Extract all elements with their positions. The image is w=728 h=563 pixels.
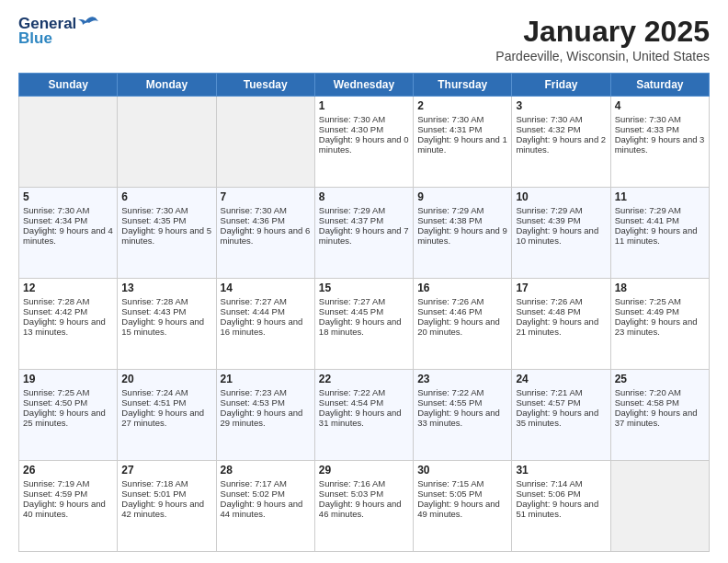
calendar-cell: 13Sunrise: 7:28 AMSunset: 4:43 PMDayligh… xyxy=(118,279,216,370)
calendar-week-3: 12Sunrise: 7:28 AMSunset: 4:42 PMDayligh… xyxy=(19,279,710,370)
sunset-text: Sunset: 4:49 PM xyxy=(615,306,705,316)
daylight-text: Daylight: 9 hours and 1 minute. xyxy=(417,134,507,155)
sunrise-text: Sunrise: 7:30 AM xyxy=(615,114,705,124)
day-number: 1 xyxy=(319,99,409,112)
calendar-cell: 11Sunrise: 7:29 AMSunset: 4:41 PMDayligh… xyxy=(610,188,709,279)
day-number: 5 xyxy=(23,190,113,203)
daylight-text: Daylight: 9 hours and 9 minutes. xyxy=(417,225,507,246)
daylight-text: Daylight: 9 hours and 40 minutes. xyxy=(23,499,113,519)
sunset-text: Sunset: 4:36 PM xyxy=(221,215,311,225)
sunset-text: Sunset: 4:51 PM xyxy=(121,397,211,408)
daylight-text: Daylight: 9 hours and 44 minutes. xyxy=(221,499,311,519)
day-number: 12 xyxy=(23,282,113,294)
daylight-text: Daylight: 9 hours and 35 minutes. xyxy=(516,408,606,428)
daylight-text: Daylight: 9 hours and 2 minutes. xyxy=(516,134,606,155)
sunset-text: Sunset: 4:32 PM xyxy=(516,124,606,134)
sunrise-text: Sunrise: 7:25 AM xyxy=(615,296,705,306)
daylight-text: Daylight: 9 hours and 3 minutes. xyxy=(615,134,705,155)
daylight-text: Daylight: 9 hours and 49 minutes. xyxy=(417,499,507,519)
day-number: 10 xyxy=(516,190,606,203)
calendar-cell: 23Sunrise: 7:22 AMSunset: 4:55 PMDayligh… xyxy=(414,370,512,461)
sunrise-text: Sunrise: 7:25 AM xyxy=(23,387,113,397)
sunrise-text: Sunrise: 7:24 AM xyxy=(121,387,211,397)
day-number: 26 xyxy=(23,464,113,477)
logo-bird-icon xyxy=(78,16,98,32)
sunrise-text: Sunrise: 7:30 AM xyxy=(221,205,311,215)
weekday-header-sunday: Sunday xyxy=(19,74,118,97)
daylight-text: Daylight: 9 hours and 31 minutes. xyxy=(319,408,409,428)
sunrise-text: Sunrise: 7:22 AM xyxy=(417,387,507,397)
sunrise-text: Sunrise: 7:20 AM xyxy=(615,387,705,397)
day-number: 21 xyxy=(221,373,311,385)
day-number: 14 xyxy=(221,282,311,294)
calendar-cell xyxy=(118,97,216,188)
sunrise-text: Sunrise: 7:29 AM xyxy=(516,205,606,215)
calendar-cell: 7Sunrise: 7:30 AMSunset: 4:36 PMDaylight… xyxy=(216,188,314,279)
sunrise-text: Sunrise: 7:30 AM xyxy=(23,205,113,215)
daylight-text: Daylight: 9 hours and 46 minutes. xyxy=(319,499,409,519)
daylight-text: Daylight: 9 hours and 11 minutes. xyxy=(615,225,705,246)
sunset-text: Sunset: 4:58 PM xyxy=(615,397,705,408)
sunset-text: Sunset: 4:54 PM xyxy=(319,397,409,408)
day-number: 30 xyxy=(417,464,507,477)
day-number: 15 xyxy=(319,282,409,294)
calendar-week-4: 19Sunrise: 7:25 AMSunset: 4:50 PMDayligh… xyxy=(19,370,710,461)
sunset-text: Sunset: 4:50 PM xyxy=(23,397,113,408)
day-number: 18 xyxy=(615,282,705,294)
sunrise-text: Sunrise: 7:21 AM xyxy=(516,387,606,397)
sunset-text: Sunset: 4:43 PM xyxy=(121,306,211,316)
daylight-text: Daylight: 9 hours and 21 minutes. xyxy=(516,316,606,337)
day-number: 27 xyxy=(121,464,211,477)
day-number: 23 xyxy=(417,373,507,385)
weekday-header-friday: Friday xyxy=(512,74,610,97)
weekday-header-saturday: Saturday xyxy=(610,74,709,97)
day-number: 20 xyxy=(121,373,211,385)
sunrise-text: Sunrise: 7:23 AM xyxy=(221,387,311,397)
month-year: January 2025 xyxy=(495,15,710,49)
calendar-cell: 17Sunrise: 7:26 AMSunset: 4:48 PMDayligh… xyxy=(512,279,610,370)
sunrise-text: Sunrise: 7:15 AM xyxy=(417,478,507,488)
sunset-text: Sunset: 4:34 PM xyxy=(23,215,113,225)
sunrise-text: Sunrise: 7:19 AM xyxy=(23,478,113,488)
sunset-text: Sunset: 4:35 PM xyxy=(121,215,211,225)
day-number: 31 xyxy=(516,464,606,477)
calendar-body: 1Sunrise: 7:30 AMSunset: 4:30 PMDaylight… xyxy=(19,97,710,552)
day-number: 3 xyxy=(516,99,606,112)
sunset-text: Sunset: 4:53 PM xyxy=(221,397,311,408)
calendar-cell: 22Sunrise: 7:22 AMSunset: 4:54 PMDayligh… xyxy=(314,370,413,461)
calendar-cell: 24Sunrise: 7:21 AMSunset: 4:57 PMDayligh… xyxy=(512,370,610,461)
calendar-table: SundayMondayTuesdayWednesdayThursdayFrid… xyxy=(18,73,710,552)
sunset-text: Sunset: 4:39 PM xyxy=(516,215,606,225)
sunset-text: Sunset: 5:03 PM xyxy=(319,488,409,499)
sunset-text: Sunset: 4:38 PM xyxy=(417,215,507,225)
daylight-text: Daylight: 9 hours and 15 minutes. xyxy=(121,316,211,337)
calendar-cell xyxy=(216,97,314,188)
title-block: January 2025 Pardeeville, Wisconsin, Uni… xyxy=(495,15,710,63)
calendar-cell: 2Sunrise: 7:30 AMSunset: 4:31 PMDaylight… xyxy=(414,97,512,188)
sunset-text: Sunset: 4:55 PM xyxy=(417,397,507,408)
weekday-header-row: SundayMondayTuesdayWednesdayThursdayFrid… xyxy=(19,74,710,97)
daylight-text: Daylight: 9 hours and 20 minutes. xyxy=(417,316,507,337)
calendar-cell: 25Sunrise: 7:20 AMSunset: 4:58 PMDayligh… xyxy=(610,370,709,461)
day-number: 16 xyxy=(417,282,507,294)
sunset-text: Sunset: 5:06 PM xyxy=(516,488,606,499)
sunset-text: Sunset: 4:41 PM xyxy=(615,215,705,225)
calendar-cell: 19Sunrise: 7:25 AMSunset: 4:50 PMDayligh… xyxy=(19,370,118,461)
sunrise-text: Sunrise: 7:18 AM xyxy=(121,478,211,488)
day-number: 4 xyxy=(615,99,705,112)
calendar-cell: 30Sunrise: 7:15 AMSunset: 5:05 PMDayligh… xyxy=(414,461,512,552)
sunrise-text: Sunrise: 7:30 AM xyxy=(516,114,606,124)
sunset-text: Sunset: 4:42 PM xyxy=(23,306,113,316)
day-number: 9 xyxy=(417,190,507,203)
daylight-text: Daylight: 9 hours and 13 minutes. xyxy=(23,316,113,337)
sunrise-text: Sunrise: 7:30 AM xyxy=(121,205,211,215)
calendar-cell: 14Sunrise: 7:27 AMSunset: 4:44 PMDayligh… xyxy=(216,279,314,370)
weekday-header-monday: Monday xyxy=(118,74,216,97)
calendar-cell: 6Sunrise: 7:30 AMSunset: 4:35 PMDaylight… xyxy=(118,188,216,279)
day-number: 28 xyxy=(221,464,311,477)
weekday-header-thursday: Thursday xyxy=(414,74,512,97)
logo: General Blue xyxy=(18,15,98,48)
sunrise-text: Sunrise: 7:30 AM xyxy=(319,114,409,124)
sunrise-text: Sunrise: 7:16 AM xyxy=(319,478,409,488)
calendar-week-1: 1Sunrise: 7:30 AMSunset: 4:30 PMDaylight… xyxy=(19,97,710,188)
